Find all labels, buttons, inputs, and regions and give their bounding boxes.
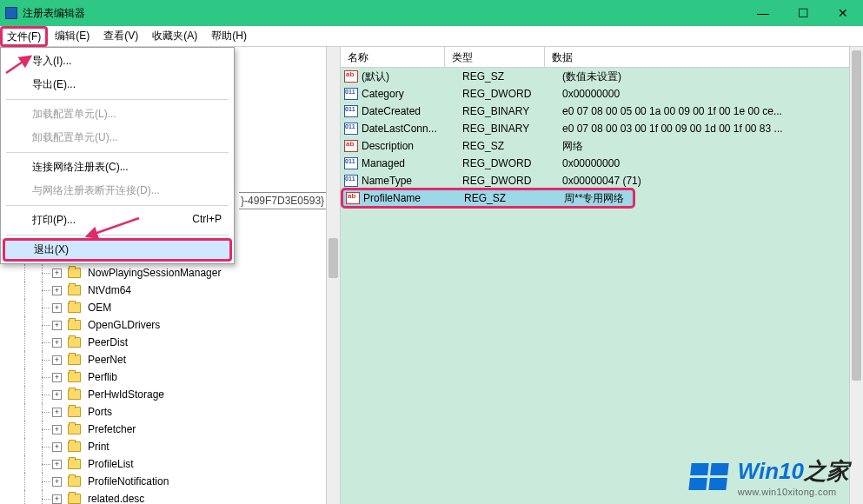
expand-icon[interactable]: + <box>52 269 62 278</box>
expand-icon[interactable]: + <box>52 338 62 348</box>
binary-value-icon <box>344 175 358 187</box>
list-scrollbar[interactable] <box>849 47 863 504</box>
tree-item[interactable]: +Prefetcher <box>17 421 336 438</box>
value-name: Description <box>362 140 462 152</box>
tree-item[interactable]: +NowPlayingSessionManager <box>17 264 336 282</box>
tree-item[interactable]: +OEM <box>17 299 336 316</box>
watermark: Win10之家 www.win10xitong.com <box>690 456 849 497</box>
value-data: 0x00000000 <box>562 157 863 169</box>
watermark-url: www.win10xitong.com <box>738 487 849 497</box>
tree-item-label: PerHwIdStorage <box>88 388 164 401</box>
value-type: REG_DWORD <box>462 175 562 187</box>
tree-item[interactable]: +PerHwIdStorage <box>17 386 336 403</box>
value-row[interactable]: NameTypeREG_DWORD0x00000047 (71) <box>341 172 863 189</box>
close-button[interactable]: ✕ <box>823 0 863 26</box>
menu-favorites[interactable]: 收藏夹(A) <box>145 26 204 46</box>
folder-icon <box>68 372 81 382</box>
menu-item-load-hive: 加载配置单元(L)... <box>1 103 234 126</box>
value-type: REG_SZ <box>464 192 564 204</box>
tree-item[interactable]: +ProfileList <box>17 455 336 473</box>
expand-icon[interactable]: + <box>52 408 62 417</box>
tree-item-label: PeerNet <box>88 354 126 366</box>
folder-icon <box>68 320 81 330</box>
value-data: 网络 <box>562 139 863 154</box>
string-value-icon <box>344 70 358 83</box>
tree-item-label: Perflib <box>88 371 117 383</box>
tree-item[interactable]: +PeerNet <box>17 351 336 368</box>
expand-icon[interactable]: + <box>52 303 62 313</box>
folder-icon <box>68 476 81 487</box>
value-type: REG_SZ <box>462 70 562 83</box>
binary-value-icon <box>344 157 358 169</box>
binary-value-icon <box>344 88 358 100</box>
expand-icon[interactable]: + <box>52 494 62 504</box>
header-name[interactable]: 名称 <box>341 47 445 67</box>
folder-icon <box>68 302 81 313</box>
menu-item-print[interactable]: 打印(P)... Ctrl+P <box>1 209 234 232</box>
value-list-pane[interactable]: 名称 类型 数据 (默认)REG_SZ(数值未设置)CategoryREG_DW… <box>341 47 863 504</box>
menu-file[interactable]: 文件(F) <box>0 26 48 47</box>
value-data: 周**专用网络 <box>564 191 634 206</box>
menu-item-import[interactable]: 导入(I)... <box>1 50 234 73</box>
tree-item-label: Prefetcher <box>88 423 136 435</box>
menu-item-exit[interactable]: 退出(X) <box>3 238 232 262</box>
value-data: 0x00000000 <box>562 88 863 100</box>
header-data[interactable]: 数据 <box>545 47 863 67</box>
menu-separator <box>6 99 229 100</box>
menu-item-connect-network[interactable]: 连接网络注册表(C)... <box>1 156 234 179</box>
expand-icon[interactable]: + <box>52 390 62 400</box>
value-type: REG_DWORD <box>462 88 562 100</box>
window-title: 注册表编辑器 <box>23 6 85 21</box>
tree-item[interactable]: +related.desc <box>17 490 336 504</box>
expand-icon[interactable]: + <box>52 321 62 330</box>
tree-item[interactable]: +NtVdm64 <box>17 282 336 299</box>
tree-item-label: PeerDist <box>88 336 128 348</box>
expand-icon[interactable]: + <box>52 442 62 452</box>
scrollbar-thumb[interactable] <box>852 50 861 381</box>
value-row[interactable]: DateCreatedREG_BINARYe0 07 08 00 05 00 1… <box>341 103 863 120</box>
expand-icon[interactable]: + <box>52 355 62 365</box>
minimize-button[interactable]: — <box>743 0 783 26</box>
registry-tree[interactable]: +Notifications+NowPlayingSessionManager+… <box>17 247 336 504</box>
tree-item[interactable]: +ProfileNotification <box>17 473 336 490</box>
value-row[interactable]: CategoryREG_DWORD0x00000000 <box>341 85 863 103</box>
header-type[interactable]: 类型 <box>445 47 545 67</box>
tree-item[interactable]: +PeerDist <box>17 334 336 351</box>
tree-scrollbar[interactable] <box>326 47 340 504</box>
list-header: 名称 类型 数据 <box>341 47 863 68</box>
tree-item[interactable]: +Perflib <box>17 368 336 386</box>
tree-item-label: NowPlayingSessionManager <box>88 267 221 279</box>
binary-value-icon <box>344 105 358 117</box>
expand-icon[interactable]: + <box>52 425 62 434</box>
tree-item-label: ProfileNotification <box>88 475 169 487</box>
maximize-button[interactable]: ☐ <box>783 0 823 26</box>
value-row[interactable]: (默认)REG_SZ(数值未设置) <box>341 68 863 85</box>
menu-help[interactable]: 帮助(H) <box>204 26 254 46</box>
folder-icon <box>68 268 81 278</box>
scrollbar-thumb[interactable] <box>329 238 338 278</box>
tree-pane[interactable]: 导入(I)... 导出(E)... 加载配置单元(L)... 卸载配置单元(U)… <box>0 47 341 504</box>
menu-shortcut: Ctrl+P <box>192 213 222 228</box>
window-controls: — ☐ ✕ <box>743 0 863 26</box>
tree-item-label: OpenGLDrivers <box>88 319 160 331</box>
menu-edit[interactable]: 编辑(E) <box>48 26 96 46</box>
tree-item[interactable]: +OpenGLDrivers <box>17 316 336 334</box>
value-row[interactable]: ManagedREG_DWORD0x00000000 <box>341 155 863 172</box>
value-row[interactable]: DescriptionREG_SZ网络 <box>341 137 863 155</box>
value-name: NameType <box>362 175 462 187</box>
tree-item[interactable]: +Print <box>17 438 336 455</box>
expand-icon[interactable]: + <box>52 477 62 487</box>
value-row[interactable]: ProfileNameREG_SZ周**专用网络 <box>342 189 634 207</box>
expand-icon[interactable]: + <box>52 286 62 295</box>
menu-view[interactable]: 查看(V) <box>96 26 145 46</box>
tree-item[interactable]: +Ports <box>17 403 336 421</box>
menu-separator <box>6 152 229 153</box>
menu-separator <box>6 205 229 206</box>
folder-icon <box>68 494 81 504</box>
expand-icon[interactable]: + <box>52 373 62 382</box>
expand-icon[interactable]: + <box>52 460 62 469</box>
menu-bar: 文件(F) 编辑(E) 查看(V) 收藏夹(A) 帮助(H) <box>0 26 863 47</box>
value-rows: (默认)REG_SZ(数值未设置)CategoryREG_DWORD0x0000… <box>341 68 863 207</box>
menu-item-export[interactable]: 导出(E)... <box>1 73 234 96</box>
value-row[interactable]: DateLastConn...REG_BINARYe0 07 08 00 03 … <box>341 120 863 137</box>
